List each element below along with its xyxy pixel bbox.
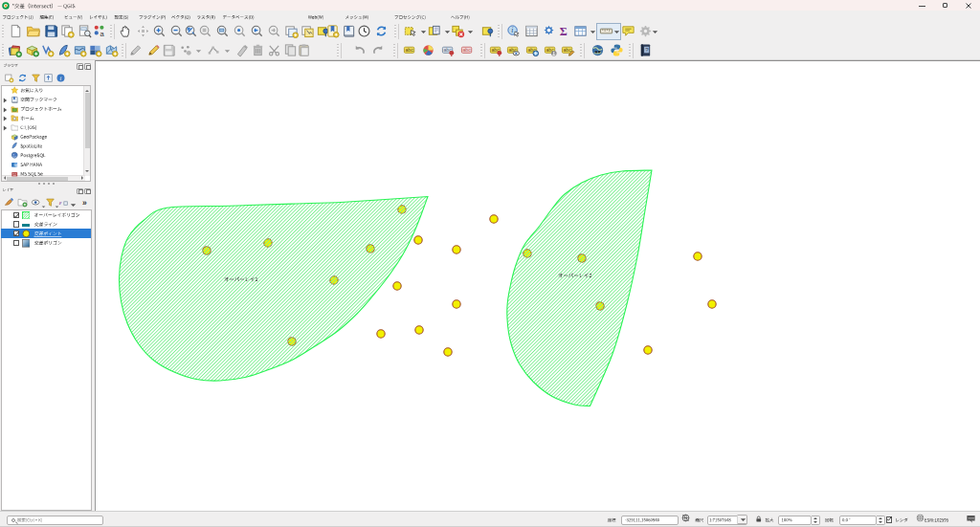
svg-text:abc: abc xyxy=(405,47,413,53)
svg-text:Σ: Σ xyxy=(560,25,568,38)
svg-text:a: a xyxy=(100,30,105,38)
svg-text:abc: abc xyxy=(563,47,571,53)
svg-text:SAP: SAP xyxy=(13,163,18,166)
svg-text:abc: abc xyxy=(462,47,471,53)
svg-text:ε: ε xyxy=(58,199,61,206)
svg-text:i: i xyxy=(511,26,513,34)
svg-text:i: i xyxy=(59,75,61,81)
